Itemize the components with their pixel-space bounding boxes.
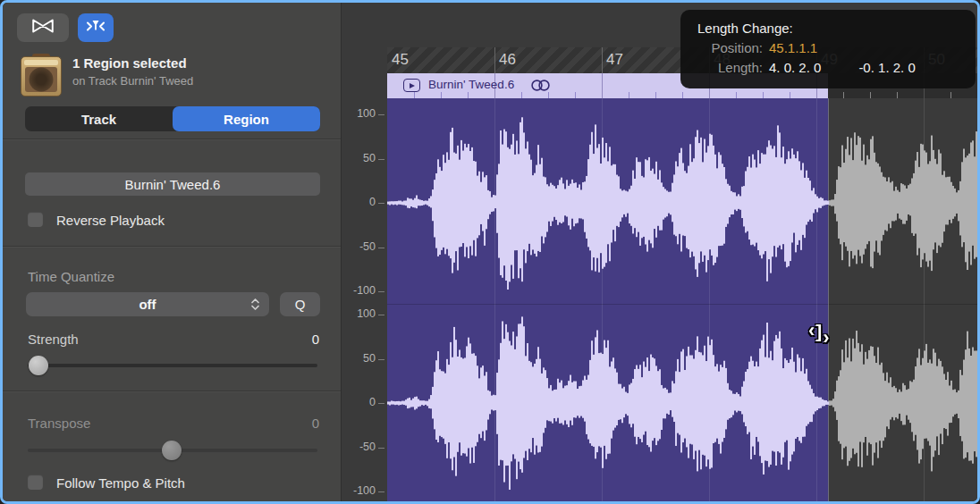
reverse-playback-label: Reverse Playback <box>56 213 165 228</box>
scale-tick <box>378 203 384 204</box>
time-quantize-dropdown[interactable]: off <box>26 292 269 316</box>
scale-label: -100 <box>353 484 376 497</box>
scale-tick <box>378 448 384 449</box>
resize-length-cursor-icon: ‹]› <box>808 320 830 343</box>
follow-tempo-checkbox[interactable] <box>28 475 43 490</box>
transpose-value: 0 <box>266 416 319 431</box>
position-value: 45.1.1.1 <box>769 38 963 58</box>
length-delta: -0. 1. 2. 0 <box>858 58 915 78</box>
scale-tick <box>378 403 384 404</box>
scale-tick <box>378 114 384 115</box>
strength-slider-handle[interactable] <box>29 356 48 375</box>
selection-title: 1 Region selected <box>72 55 187 71</box>
beat-tick <box>950 92 951 98</box>
scale-label: 0 <box>369 396 376 408</box>
scale-tick <box>378 491 384 492</box>
length-label: Length: <box>693 58 763 78</box>
flex-time-button[interactable] <box>17 13 69 42</box>
ruler-bar-line <box>602 47 603 73</box>
scale-label: 100 <box>357 107 376 120</box>
region-play-button[interactable] <box>403 79 420 92</box>
section-divider <box>3 391 341 391</box>
ruler-bar-line <box>494 47 495 73</box>
region-inspector-panel: 1 Region selected on Track Burnin' Tweed… <box>3 3 341 504</box>
flex-time-icon <box>30 18 55 38</box>
tab-track[interactable]: Track <box>25 106 173 131</box>
beat-tick <box>763 92 764 98</box>
waveform-canvas[interactable] <box>387 98 980 504</box>
follow-tempo-label: Follow Tempo & Pitch <box>56 475 185 491</box>
region-header-name: Burnin' Tweed.6 <box>428 78 514 91</box>
beat-tick <box>548 92 549 98</box>
beat-tick <box>521 92 522 98</box>
tooltip-title: Length Change: <box>697 19 963 38</box>
section-divider <box>3 139 341 139</box>
snap-funnel-icon <box>85 19 106 38</box>
scale-label: 0 <box>369 196 376 208</box>
scale-label: -50 <box>359 441 376 453</box>
beat-tick <box>790 92 790 98</box>
snap-edits-button[interactable] <box>78 13 114 42</box>
chevron-up-down-icon <box>250 297 260 315</box>
tab-region[interactable]: Region <box>173 106 320 131</box>
track-region-segmented-control: Track Region <box>25 106 320 131</box>
beat-tick <box>575 92 576 98</box>
beat-tick <box>736 92 737 98</box>
region-name-field[interactable]: Burnin' Tweed.6 <box>25 172 320 196</box>
ruler-bar-label: 45 <box>392 51 409 69</box>
scale-tick <box>378 248 384 248</box>
transpose-slider-handle[interactable] <box>162 441 182 460</box>
position-label: Position: <box>693 38 763 58</box>
beat-tick <box>682 92 683 98</box>
scale-label: -100 <box>353 284 376 297</box>
scale-label: 50 <box>363 152 376 164</box>
play-icon <box>410 83 415 88</box>
length-value: 4. 0. 2. 0 <box>769 58 821 78</box>
strip-bar-line <box>494 73 495 98</box>
beat-tick <box>629 92 629 98</box>
scale-label: 50 <box>363 352 376 365</box>
ruler-bar-label: 47 <box>606 51 623 69</box>
scale-tick <box>378 315 384 315</box>
strip-bar-line <box>602 73 603 98</box>
reverse-playback-checkbox[interactable] <box>28 212 43 227</box>
scale-tick <box>378 159 384 160</box>
strength-label: Strength <box>28 332 79 347</box>
beat-tick <box>441 92 442 98</box>
strength-slider-track[interactable] <box>28 364 317 367</box>
scale-label: -50 <box>359 240 376 253</box>
beat-tick <box>977 92 978 98</box>
scale-label: 100 <box>357 307 376 320</box>
garageband-audio-editor: 1 Region selected on Track Burnin' Tweed… <box>0 0 980 504</box>
ruler-bar-label: 46 <box>499 51 516 69</box>
beat-tick <box>870 92 871 98</box>
beat-tick <box>897 92 898 98</box>
guitar-amp-icon <box>21 54 62 97</box>
beat-tick <box>655 92 656 98</box>
strength-value: 0 <box>266 332 319 347</box>
beat-tick <box>468 92 469 98</box>
time-quantize-label: Time Quantize <box>28 269 114 284</box>
selection-subtitle: on Track Burnin' Tweed <box>72 74 193 88</box>
scale-tick <box>378 359 384 360</box>
beat-tick <box>843 92 844 98</box>
amplitude-scale-gutter: 100500-50-100100500-50-100 <box>341 3 387 504</box>
time-quantize-value: off <box>139 297 156 312</box>
section-divider <box>3 246 341 247</box>
beat-tick <box>414 92 415 98</box>
transpose-label: Transpose <box>28 416 90 431</box>
quantize-q-button[interactable]: Q <box>280 292 320 316</box>
length-change-tooltip: Length Change: Position: 45.1.1.1 Length… <box>680 10 976 88</box>
scale-tick <box>378 291 384 292</box>
